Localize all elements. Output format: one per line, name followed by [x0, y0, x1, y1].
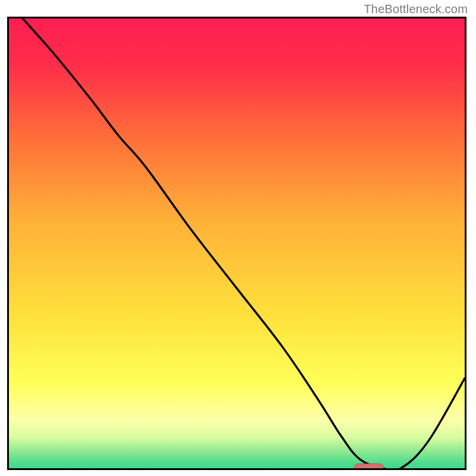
background-gradient [9, 18, 465, 470]
chart-frame [7, 17, 466, 470]
watermark-text: TheBottleneck.com [364, 2, 468, 16]
svg-rect-0 [9, 18, 465, 470]
sweet-spot-marker [354, 464, 384, 470]
